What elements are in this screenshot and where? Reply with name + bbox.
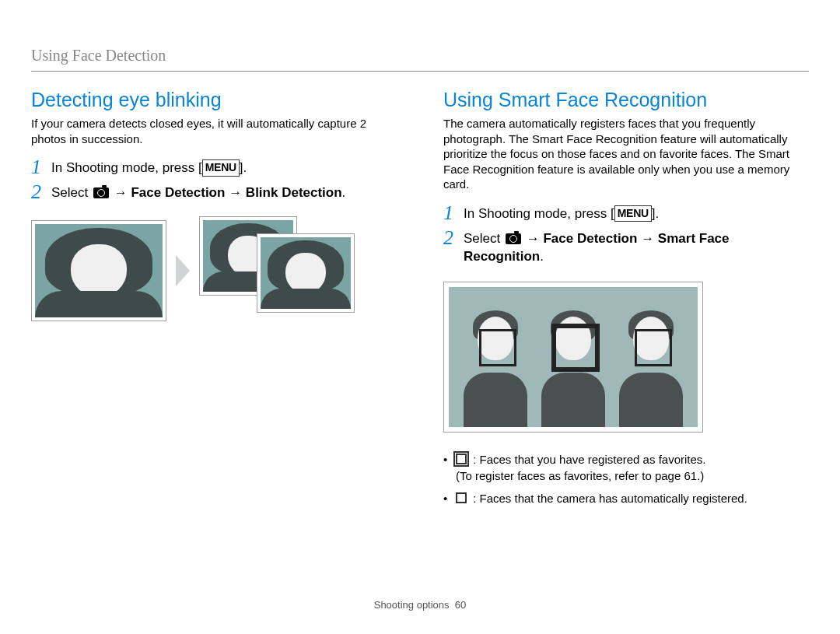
legend-favorite-sub: (To register faces as favorites, refer t… <box>456 469 704 482</box>
person-2 <box>538 310 608 427</box>
step1-text-a: In Shooting mode, press [ <box>51 160 202 175</box>
double-square-icon <box>456 454 467 464</box>
section-title-blink: Detecting eye blinking <box>31 89 397 111</box>
arrow-2: → <box>229 185 246 200</box>
camera-icon <box>93 187 109 198</box>
single-square-icon <box>456 492 467 503</box>
sfr-illustration <box>449 287 698 427</box>
detect-box-double <box>554 326 597 370</box>
step1-text-b: ]. <box>240 160 247 175</box>
legend-auto-text: : Faces that the camera has automaticall… <box>473 492 747 505</box>
step-2-right: 2 Select → Face Detection → Smart Face R… <box>443 228 809 267</box>
step1-text-a: In Shooting mode, press [ <box>464 206 614 221</box>
face-detection-label: Face Detection <box>131 185 225 200</box>
step2-text-d: . <box>342 185 346 200</box>
footer-section: Shooting options <box>374 599 450 611</box>
arrow-1: → <box>527 231 544 246</box>
step1-text-b: ]. <box>652 206 659 221</box>
arrow-2: → <box>641 231 658 246</box>
step-1-right: 1 In Shooting mode, press [MENU]. <box>443 203 809 223</box>
image-frame <box>31 220 166 321</box>
sfr-illustration-frame <box>443 282 703 433</box>
step-number-1: 1 <box>443 203 464 223</box>
camera-icon <box>506 233 521 244</box>
blink-illustration <box>31 216 397 325</box>
image-stack <box>199 216 352 325</box>
step-number-2: 2 <box>443 228 464 248</box>
section-title-sfr: Using Smart Face Recognition <box>443 89 809 111</box>
blink-detection-label: Blink Detection <box>246 185 342 200</box>
face-image-open <box>261 237 351 309</box>
footer: Shooting options 60 <box>0 599 840 611</box>
legend-item-auto: • : Faces that the camera has automatica… <box>443 490 809 506</box>
step2-text-a: Select <box>51 185 92 200</box>
person-1 <box>460 310 530 427</box>
footer-page: 60 <box>455 599 466 611</box>
menu-icon: MENU <box>614 205 652 222</box>
person-3 <box>616 310 686 427</box>
right-column: Using Smart Face Recognition The camera … <box>443 89 809 513</box>
detect-box-single <box>635 329 672 366</box>
legend: • : Faces that you have registered as fa… <box>443 451 809 506</box>
intro-sfr: The camera automatically registers faces… <box>443 116 809 192</box>
step-2-left: 2 Select → Face Detection → Blink Detect… <box>31 182 397 202</box>
arrow-icon <box>176 255 190 286</box>
legend-item-favorite: • : Faces that you have registered as fa… <box>443 451 809 484</box>
image-frame <box>257 233 355 313</box>
detect-box-single <box>479 329 516 366</box>
step2-text-d: . <box>540 249 544 264</box>
intro-blink: If your camera detects closed eyes, it w… <box>31 116 397 146</box>
step-number-1: 1 <box>31 157 51 177</box>
page-header: Using Face Detection <box>31 47 809 65</box>
step2-text-a: Select <box>464 231 504 246</box>
step-number-2: 2 <box>31 182 51 202</box>
face-image-closed <box>35 224 163 317</box>
face-detection-label: Face Detection <box>543 231 637 246</box>
divider <box>31 71 809 72</box>
legend-favorite-text: : Faces that you have registered as favo… <box>473 453 705 466</box>
step-1-left: 1 In Shooting mode, press [MENU]. <box>31 157 397 177</box>
arrow-1: → <box>114 185 131 200</box>
menu-icon: MENU <box>202 159 240 177</box>
left-column: Detecting eye blinking If your camera de… <box>31 89 397 513</box>
